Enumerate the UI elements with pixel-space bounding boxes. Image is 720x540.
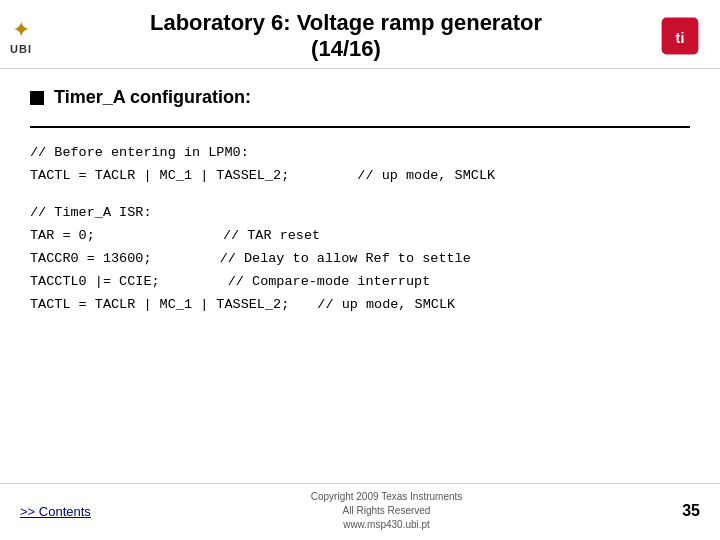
code-line-taccr0: TACCR0 = 13600; // Delay to allow Ref to… — [30, 248, 690, 271]
main-content: Timer_A configuration: // Before enterin… — [0, 69, 720, 337]
code-block: // Before entering in LPM0: TACTL = TACL… — [30, 142, 690, 317]
contents-link[interactable]: >> Contents — [20, 504, 91, 519]
code-section-2: // Timer_A ISR: TAR = 0; // TAR reset TA… — [30, 202, 690, 317]
bullet-icon — [30, 91, 44, 105]
star-icon: ✦ — [12, 17, 30, 43]
code-line-tactl-2: TACTL = TACLR | MC_1 | TASSEL_2; // up m… — [30, 294, 690, 317]
footer-copyright: Copyright 2009 Texas Instruments All Rig… — [311, 490, 463, 532]
svg-text:ti: ti — [676, 30, 685, 46]
divider — [30, 126, 690, 128]
page-number: 35 — [682, 502, 700, 520]
section-title: Timer_A configuration: — [30, 87, 690, 108]
ubi-logo: ✦ UBI — [10, 17, 32, 55]
ti-logo: ti — [660, 16, 700, 56]
code-comment-1: // Before entering in LPM0: — [30, 142, 690, 165]
ti-logo-svg: ti — [660, 16, 700, 56]
page-footer: >> Contents Copyright 2009 Texas Instrum… — [0, 483, 720, 540]
code-comment-2: // Timer_A ISR: — [30, 202, 690, 225]
page-header: ✦ UBI Laboratory 6: Voltage ramp generat… — [0, 0, 720, 69]
code-line-tacctl0: TACCTL0 |= CCIE; // Compare-mode interru… — [30, 271, 690, 294]
page-title: Laboratory 6: Voltage ramp generator (14… — [32, 10, 660, 62]
ubi-label: UBI — [10, 43, 32, 55]
code-line-tactl-1: TACTL = TACLR | MC_1 | TASSEL_2; // up m… — [30, 165, 690, 188]
code-section-1: // Before entering in LPM0: TACTL = TACL… — [30, 142, 690, 188]
header-left: ✦ UBI — [10, 17, 32, 55]
code-line-tar: TAR = 0; // TAR reset — [30, 225, 690, 248]
